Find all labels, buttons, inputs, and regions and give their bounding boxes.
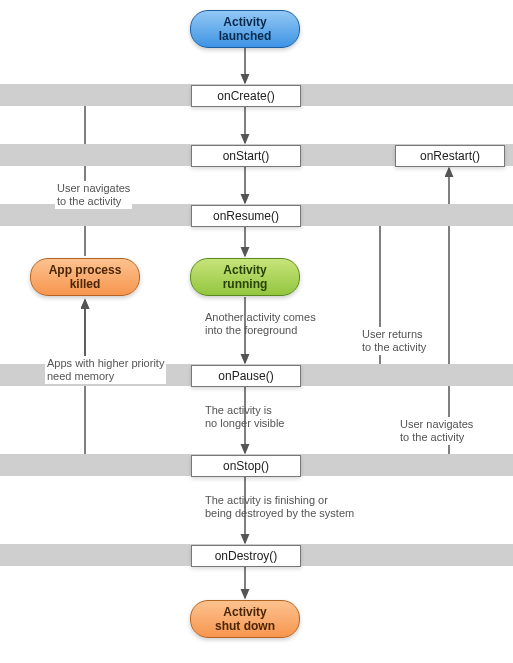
note-another-activity-foreground: Another activity comes into the foregrou… bbox=[203, 310, 318, 338]
note-finishing: The activity is finishing or being destr… bbox=[203, 493, 356, 521]
label: launched bbox=[191, 29, 299, 43]
state-activity-shutdown: Activity shut down bbox=[190, 600, 300, 638]
text: The activity is bbox=[205, 404, 272, 416]
text: User navigates bbox=[57, 182, 130, 194]
text: Another activity comes bbox=[205, 311, 316, 323]
method-onresume: onResume() bbox=[191, 205, 301, 227]
text: User navigates bbox=[400, 418, 473, 430]
text: into the foreground bbox=[205, 324, 297, 336]
state-activity-launched: Activity launched bbox=[190, 10, 300, 48]
method-oncreate: onCreate() bbox=[191, 85, 301, 107]
note-user-returns: User returns to the activity bbox=[360, 327, 428, 355]
method-onstart: onStart() bbox=[191, 145, 301, 167]
note-no-longer-visible: The activity is no longer visible bbox=[203, 403, 287, 431]
state-app-process-killed: App process killed bbox=[30, 258, 140, 296]
label: Activity bbox=[191, 15, 299, 29]
label: killed bbox=[31, 277, 139, 291]
method-ondestroy: onDestroy() bbox=[191, 545, 301, 567]
text: User returns bbox=[362, 328, 423, 340]
label: running bbox=[191, 277, 299, 291]
label: Activity bbox=[191, 605, 299, 619]
method-onstop: onStop() bbox=[191, 455, 301, 477]
text: to the activity bbox=[400, 431, 464, 443]
method-onrestart: onRestart() bbox=[395, 145, 505, 167]
text: no longer visible bbox=[205, 417, 285, 429]
label: shut down bbox=[191, 619, 299, 633]
text: to the activity bbox=[57, 195, 121, 207]
text: need memory bbox=[47, 370, 114, 382]
text: being destroyed by the system bbox=[205, 507, 354, 519]
note-higher-priority: Apps with higher priority need memory bbox=[45, 356, 166, 384]
note-user-navigates-back: User navigates to the activity bbox=[398, 417, 475, 445]
method-onpause: onPause() bbox=[191, 365, 301, 387]
label: Activity bbox=[191, 263, 299, 277]
text: Apps with higher priority bbox=[47, 357, 164, 369]
note-user-navigates-to-activity: User navigates to the activity bbox=[55, 181, 132, 209]
state-activity-running: Activity running bbox=[190, 258, 300, 296]
text: to the activity bbox=[362, 341, 426, 353]
text: The activity is finishing or bbox=[205, 494, 328, 506]
activity-lifecycle-diagram: Activity launched Activity running App p… bbox=[0, 0, 513, 663]
label: App process bbox=[31, 263, 139, 277]
